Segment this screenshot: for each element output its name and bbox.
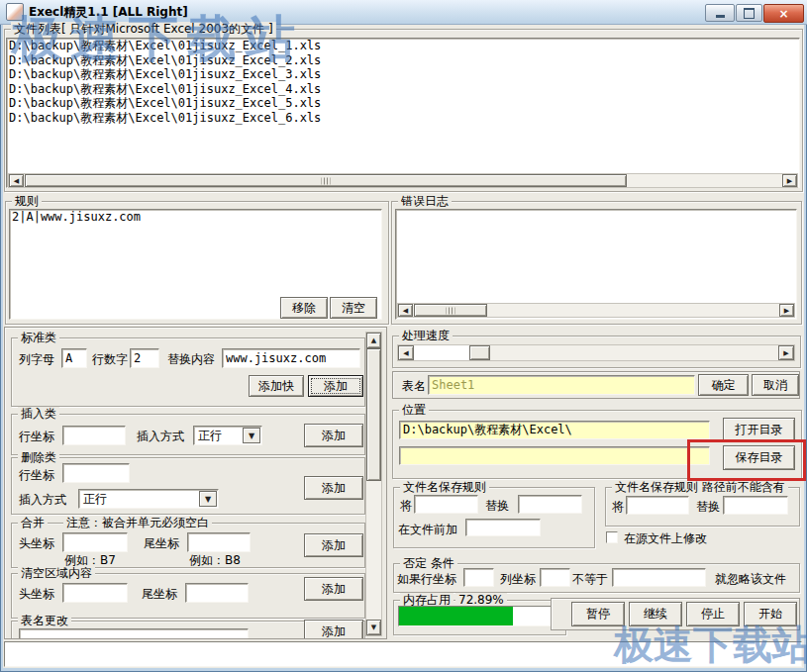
speed-slider[interactable]: ◀ ▶: [397, 344, 795, 361]
panel-vscrollbar[interactable]: ▲ ▼: [365, 332, 382, 636]
annotation-highlight-box: [687, 439, 806, 481]
thumb-grip-icon: [322, 177, 331, 184]
scroll-thumb[interactable]: [25, 174, 627, 187]
merge-tail-example: 例如：B8: [189, 553, 241, 567]
save-path-input[interactable]: [399, 446, 710, 465]
slider-thumb[interactable]: [469, 345, 490, 360]
filename2-from-input[interactable]: [626, 496, 689, 515]
filename-replace-label: 替换: [485, 499, 509, 513]
col-letter-input[interactable]: [61, 348, 87, 368]
delete-mode-label: 插入方式: [19, 493, 66, 507]
clear-head-input[interactable]: [62, 583, 128, 603]
app-window: Execl精灵1.1 [ALL Right] × 文件列表[ 只针对Micros…: [0, 0, 807, 672]
open-directory-button[interactable]: 打开目录: [723, 418, 795, 441]
add-insert-button[interactable]: 添加: [304, 424, 363, 447]
delete-mode-value: 正行: [83, 491, 107, 507]
slider-page-region[interactable]: [414, 345, 469, 360]
row-number-input[interactable]: [130, 348, 159, 368]
error-log-hscrollbar[interactable]: ◀ ▶: [397, 303, 795, 318]
add-fast-button[interactable]: 添加快: [249, 375, 304, 397]
col-letter-label: 列字母: [19, 352, 54, 366]
rules-group-label: 规则: [12, 194, 42, 208]
cancel-button[interactable]: 取消: [752, 374, 799, 396]
window-title: Execl精灵1.1 [ALL Right]: [29, 4, 188, 21]
list-item[interactable]: D:\backup\教程素材\Excel\01jisuxz_Excel_1.xl…: [7, 39, 799, 53]
list-item[interactable]: 2|A|www.jisuxz.com: [10, 210, 381, 225]
maximize-button[interactable]: [736, 4, 762, 22]
location-path-input[interactable]: [399, 421, 710, 439]
add-standard-button[interactable]: 添加: [308, 375, 363, 397]
remove-rule-button[interactable]: 移除: [280, 297, 328, 319]
scroll-right-icon[interactable]: ▶: [782, 174, 797, 187]
merge-head-input[interactable]: [62, 532, 128, 552]
insert-row-input[interactable]: [62, 426, 126, 445]
chevron-down-icon[interactable]: ▼: [199, 491, 217, 507]
delete-group-label: 删除类: [18, 450, 59, 464]
list-item[interactable]: D:\backup\教程素材\Excel\01jisuxz_Excel_4.xl…: [7, 82, 799, 97]
list-item[interactable]: D:\backup\教程素材\Excel\01jisuxz_Excel_2.xl…: [7, 53, 799, 68]
scroll-up-icon[interactable]: ▲: [366, 333, 381, 348]
clear-head-label: 头坐标: [19, 587, 54, 601]
clear-tail-input[interactable]: [185, 583, 249, 603]
add-merge-button[interactable]: 添加: [304, 533, 363, 557]
add-delete-button[interactable]: 添加: [304, 476, 363, 500]
merge-head-example: 例如：B7: [64, 553, 116, 567]
rename-sheet-input[interactable]: [19, 628, 249, 639]
resume-button[interactable]: 继续: [629, 602, 682, 626]
list-item[interactable]: D:\backup\教程素材\Excel\01jisuxz_Excel_3.xl…: [7, 67, 799, 82]
scroll-left-icon[interactable]: ◀: [398, 304, 413, 317]
delete-mode-select[interactable]: 正行 ▼: [78, 489, 219, 509]
memory-progress-fill: [399, 607, 513, 625]
negate-row-input[interactable]: [463, 568, 494, 587]
insert-row-label: 行坐标: [19, 430, 54, 443]
filename-replace-input[interactable]: [518, 495, 582, 514]
list-item[interactable]: D:\backup\教程素材\Excel\01jisuxz_Excel_6.xl…: [7, 111, 799, 126]
scroll-thumb[interactable]: [366, 348, 381, 481]
sheet-name-input[interactable]: [428, 375, 695, 395]
file-list[interactable]: D:\backup\教程素材\Excel\01jisuxz_Excel_1.xl…: [6, 38, 800, 188]
filename-prefix-input[interactable]: [465, 519, 541, 536]
pause-button[interactable]: 暂停: [571, 602, 625, 626]
slider-right-icon[interactable]: ▶: [778, 345, 794, 360]
filename-prefix-label: 在文件前加: [398, 523, 457, 536]
minimize-button[interactable]: [705, 4, 735, 22]
app-icon: [6, 3, 24, 21]
scroll-down-icon[interactable]: ▼: [366, 620, 381, 635]
maximize-icon: [744, 8, 755, 19]
replace-content-input[interactable]: [222, 348, 360, 368]
delete-row-label: 行坐标: [19, 468, 54, 482]
file-list-hscrollbar[interactable]: ◀ ▶: [8, 173, 798, 188]
speed-group-label: 处理速度: [399, 329, 453, 342]
merge-note: 注意：被合并单元必须空白: [63, 516, 212, 529]
modify-source-checkbox[interactable]: [606, 531, 618, 543]
filename-from-input[interactable]: [414, 495, 478, 514]
status-bar: [4, 641, 802, 667]
scroll-right-icon[interactable]: ▶: [779, 304, 794, 317]
filename2-replace-input[interactable]: [723, 496, 788, 515]
add-rename-sheet-button[interactable]: 添加: [304, 620, 363, 639]
clear-rules-button[interactable]: 清空: [330, 297, 377, 319]
close-button[interactable]: ×: [763, 4, 804, 23]
ok-button[interactable]: 确定: [698, 374, 749, 396]
negate-col-input[interactable]: [540, 568, 570, 587]
standard-group-label: 标准类: [18, 331, 59, 344]
chevron-down-icon[interactable]: ▼: [243, 428, 260, 443]
merge-tail-input[interactable]: [187, 532, 251, 552]
scroll-left-icon[interactable]: ◀: [9, 174, 24, 187]
delete-row-input[interactable]: [62, 463, 130, 483]
stop-button[interactable]: 停止: [686, 602, 740, 626]
file-list-group-label: 文件列表[ 只针对Microsoft Excel 2003的文件 ]: [11, 22, 276, 36]
thumb-grip-icon: [447, 307, 455, 314]
slider-left-icon[interactable]: ◀: [398, 345, 414, 360]
scroll-thumb[interactable]: [414, 304, 487, 317]
negate-col-label: 列坐标: [500, 572, 536, 586]
rule-editor-panel: 标准类 列字母 行数字 替换内容 添加快 添加 插入类 行坐标 插入方式 正行 …: [4, 327, 387, 639]
start-button[interactable]: 开始: [744, 602, 797, 626]
add-clear-region-button[interactable]: 添加: [304, 577, 363, 601]
negate-group-label: 否定 条件: [400, 556, 457, 570]
negate-value-input[interactable]: [612, 568, 706, 587]
negate-ignore-label: 就忽略该文件: [715, 572, 786, 586]
list-item[interactable]: D:\backup\教程素材\Excel\01jisuxz_Excel_5.xl…: [7, 96, 799, 111]
insert-mode-select[interactable]: 正行 ▼: [193, 426, 262, 445]
clear-region-group-label: 清空区域内容: [18, 566, 95, 580]
